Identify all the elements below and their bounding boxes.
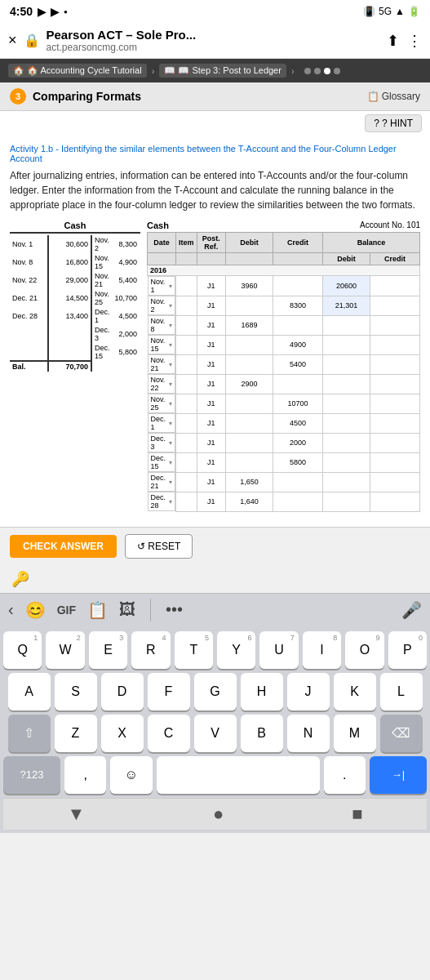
ledger-bal-debit-11[interactable] <box>322 492 370 511</box>
kb-key-E[interactable]: 3E <box>89 631 127 669</box>
ledger-date-8[interactable]: Dec. 3 ▾ <box>148 433 176 452</box>
ledger-date-5[interactable]: Nov. 22 ▾ <box>148 374 176 394</box>
dropdown-arrow-10[interactable]: ▾ <box>169 479 172 486</box>
hint-button[interactable]: ? ? HINT <box>365 114 422 132</box>
kb-key-N[interactable]: N <box>287 715 330 752</box>
ledger-credit-10[interactable] <box>273 472 323 492</box>
emoji-icon[interactable]: 😊 <box>25 600 46 620</box>
step-nav-item[interactable]: 📖 📖 Step 3: Post to Ledger <box>159 64 286 78</box>
kb-key-C[interactable]: C <box>148 715 190 752</box>
back-arrow-icon[interactable]: ‹ <box>8 600 14 619</box>
ledger-credit-3[interactable] <box>273 335 323 354</box>
kb-key-⇧[interactable]: ⇧ <box>8 715 51 752</box>
ledger-bal-debit-7[interactable] <box>322 413 370 433</box>
kb-key-.[interactable]: . <box>324 756 366 794</box>
ledger-date-4[interactable]: Nov. 21 ▾ <box>148 354 176 374</box>
ledger-bal-debit-3[interactable] <box>322 335 370 354</box>
kb-key-V[interactable]: V <box>194 715 237 752</box>
ledger-bal-debit-10[interactable] <box>322 472 370 492</box>
ledger-debit-11[interactable] <box>225 492 273 511</box>
ledger-bal-credit-2[interactable] <box>370 315 420 335</box>
ledger-date-11[interactable]: Dec. 28 ▾ <box>148 492 176 511</box>
ledger-date-10[interactable]: Dec. 21 ▾ <box>148 472 176 492</box>
ledger-bal-credit-5[interactable] <box>370 374 420 394</box>
ledger-debit-4[interactable] <box>225 354 273 374</box>
home-nav-icon[interactable]: ● <box>213 804 224 825</box>
kb-key-?123[interactable]: ?123 <box>3 756 60 794</box>
ledger-credit-8[interactable] <box>273 433 323 452</box>
clipboard-icon[interactable]: 📋 <box>87 600 108 620</box>
ledger-bal-credit-8[interactable] <box>370 433 420 452</box>
ledger-bal-debit-4[interactable] <box>322 354 370 374</box>
kb-key-Z[interactable]: Z <box>55 715 97 752</box>
kb-key-L[interactable]: L <box>380 673 423 710</box>
kb-key-W[interactable]: 2W <box>46 631 84 669</box>
ledger-credit-1[interactable] <box>273 296 323 315</box>
recent-apps-icon[interactable]: ■ <box>352 804 362 825</box>
kb-key-M[interactable]: M <box>334 715 376 752</box>
kb-key-D[interactable]: D <box>101 673 144 710</box>
ledger-bal-credit-1[interactable] <box>370 296 420 315</box>
mic-icon[interactable]: 🎤 <box>401 600 422 620</box>
check-answer-button[interactable]: CHECK ANSWER <box>10 535 117 558</box>
ledger-credit-11[interactable] <box>273 492 323 511</box>
kb-key-P[interactable]: 0P <box>388 631 427 669</box>
ledger-bal-credit-9[interactable] <box>370 452 420 472</box>
kb-key-X[interactable]: X <box>101 715 144 752</box>
ledger-date-2[interactable]: Nov. 8 ▾ <box>148 315 176 335</box>
dropdown-arrow-5[interactable]: ▾ <box>169 381 172 388</box>
glossary-button[interactable]: 📋 Glossary <box>367 91 420 102</box>
kb-key-H[interactable]: H <box>241 673 283 710</box>
kb-key-J[interactable]: J <box>287 673 330 710</box>
ledger-debit-2[interactable] <box>225 315 273 335</box>
ledger-bal-debit-8[interactable] <box>322 433 370 452</box>
ledger-credit-0[interactable] <box>273 276 323 296</box>
ledger-bal-credit-11[interactable] <box>370 492 420 511</box>
kb-key-A[interactable]: A <box>8 673 51 710</box>
dropdown-arrow-3[interactable]: ▾ <box>169 341 172 349</box>
ledger-credit-4[interactable] <box>273 354 323 374</box>
input-toolbar[interactable]: ‹ 😊 GIF 📋 🖼 ••• 🎤 <box>0 593 430 626</box>
gif-button[interactable]: GIF <box>57 604 76 617</box>
ledger-date-0[interactable]: Nov. 1 ▾ <box>148 276 176 296</box>
close-button[interactable]: × <box>8 32 17 49</box>
more-menu-icon[interactable]: ⋮ <box>407 32 422 50</box>
kb-key-,[interactable]: , <box>64 756 106 794</box>
dropdown-arrow-7[interactable]: ▾ <box>169 420 172 427</box>
kb-key-→|[interactable]: →| <box>370 756 427 794</box>
ledger-credit-6[interactable] <box>273 394 323 413</box>
kb-key-R[interactable]: 4R <box>131 631 170 669</box>
ledger-credit-5[interactable] <box>273 374 323 394</box>
more-icon[interactable]: ••• <box>166 600 183 619</box>
ledger-bal-debit-5[interactable] <box>322 374 370 394</box>
kb-key-T[interactable]: 5T <box>175 631 213 669</box>
ledger-debit-5[interactable] <box>225 374 273 394</box>
kb-key-S[interactable]: S <box>55 673 97 710</box>
ledger-bal-credit-7[interactable] <box>370 413 420 433</box>
kb-key-K[interactable]: K <box>334 673 376 710</box>
ledger-bal-credit-6[interactable] <box>370 394 420 413</box>
kb-key-F[interactable]: F <box>148 673 190 710</box>
ledger-bal-debit-0[interactable] <box>322 276 370 296</box>
ledger-bal-credit-4[interactable] <box>370 354 420 374</box>
dropdown-arrow-2[interactable]: ▾ <box>169 322 172 329</box>
ledger-bal-debit-9[interactable] <box>322 452 370 472</box>
kb-key-B[interactable]: B <box>241 715 283 752</box>
reset-button[interactable]: ↺ RESET <box>125 534 193 559</box>
kb-key-Q[interactable]: 1Q <box>3 631 42 669</box>
dropdown-arrow-1[interactable]: ▾ <box>169 302 172 310</box>
ledger-date-6[interactable]: Nov. 25 ▾ <box>148 394 176 413</box>
ledger-debit-10[interactable] <box>225 472 273 492</box>
kb-key-Y[interactable]: 6Y <box>217 631 255 669</box>
kb-key-G[interactable]: G <box>194 673 237 710</box>
kb-key-☺[interactable]: ☺ <box>110 756 152 794</box>
back-nav-icon[interactable]: ▼ <box>67 804 85 825</box>
share-icon[interactable]: ⬆ <box>387 32 399 50</box>
ledger-debit-9[interactable] <box>225 452 273 472</box>
ledger-bal-debit-6[interactable] <box>322 394 370 413</box>
ledger-bal-credit-10[interactable] <box>370 472 420 492</box>
dropdown-arrow-8[interactable]: ▾ <box>169 439 172 447</box>
ledger-bal-debit-1[interactable] <box>322 296 370 315</box>
ledger-date-3[interactable]: Nov. 15 ▾ <box>148 335 176 354</box>
ledger-debit-0[interactable] <box>225 276 273 296</box>
